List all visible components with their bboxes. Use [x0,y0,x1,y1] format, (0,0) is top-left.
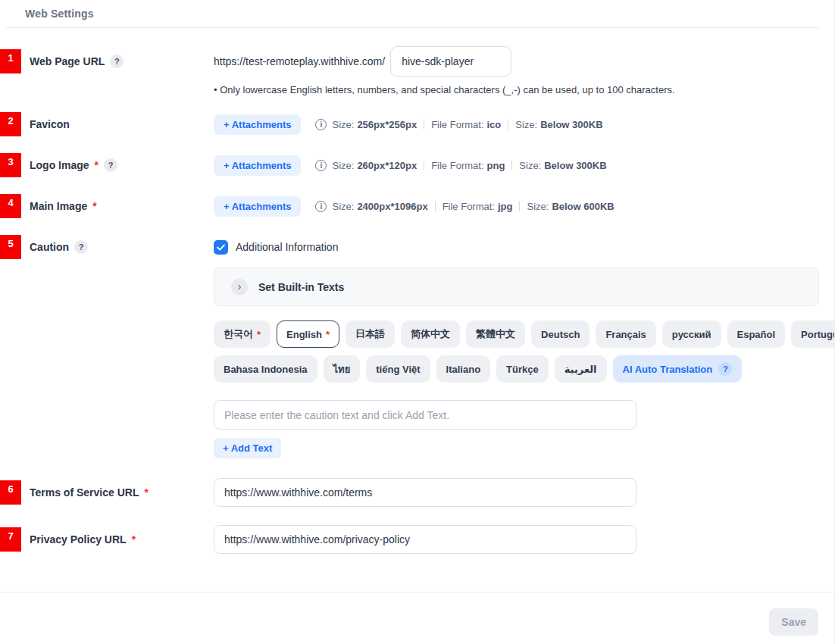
field-label: Terms of Service URL * [30,486,149,499]
field-label: Logo Image * ? [30,158,117,172]
lang-button-zh-hans[interactable]: 简体中文 [401,320,460,348]
lang-label: 简体中文 [411,327,450,341]
filesize-label: Size: [519,160,541,171]
file-requirements: i Size:2400px*1096px File Format:jpg Siz… [315,201,614,212]
lang-label: Bahasa Indonesia [224,364,308,375]
lang-button-ko[interactable]: 한국어* [214,320,271,348]
main-image-content: + Attachments i Size:2400px*1096px File … [214,196,819,217]
lang-button-vi[interactable]: tiếng Việt [366,355,430,383]
caution-row: 5 Caution ? Additional Information › Set… [0,236,819,458]
required-asterisk: * [257,329,261,340]
web-page-url-label-col: 1 Web Page URL ? [0,46,214,77]
lang-button-ar[interactable]: العربية [555,355,607,383]
lang-label: Español [737,329,776,340]
size-label: Size: [332,119,354,130]
format-label: File Format: [431,160,483,171]
logo-image-label-col: 3 Logo Image * ? [0,153,214,177]
required-asterisk: * [144,486,148,499]
page-title: Web Settings [25,8,834,20]
filesize-label: Size: [527,201,549,212]
language-tabs-row-2: Bahasa Indonesia ไทย tiếng Việt Italiano… [214,355,819,383]
lang-button-de[interactable]: Deutsch [531,320,590,348]
filesize-value: Below 300KB [540,119,602,130]
attachments-button[interactable]: + Attachments [214,196,301,217]
lang-button-zh-hant[interactable]: 繁體中文 [466,320,525,348]
lang-button-th[interactable]: ไทย [324,355,361,383]
privacy-content [214,525,819,554]
lang-button-en[interactable]: English* [277,320,339,348]
additional-info-checkbox[interactable] [214,240,228,255]
help-icon[interactable]: ? [718,362,732,376]
field-label-text: Caution [30,241,69,253]
additional-info-line: Additional Information [214,236,819,258]
size-value: 2400px*1096px [357,201,427,212]
required-asterisk: * [132,533,136,546]
lang-label: Türkçe [506,364,539,375]
help-icon[interactable]: ? [110,55,124,68]
filesize-label: Size: [515,119,537,130]
chevron-right-icon[interactable]: › [231,279,248,295]
separator [435,202,436,211]
attachments-button[interactable]: + Attachments [214,114,301,135]
field-number-badge: 7 [0,527,21,552]
separator [519,202,520,211]
main-image-row: 4 Main Image * + Attachments i Size:2400… [0,194,819,218]
size-label: Size: [332,201,354,212]
field-number-badge: 2 [0,112,21,136]
info-icon: i [315,160,327,171]
caution-text-input[interactable] [214,400,636,430]
lang-button-es[interactable]: Español [727,320,786,348]
lang-button-pt[interactable]: Português [791,320,835,348]
lang-label: 한국어 [224,327,253,341]
field-number-badge: 6 [0,480,21,505]
field-label-text: Logo Image [30,159,89,171]
privacy-policy-url-input[interactable] [214,525,636,554]
add-text-button[interactable]: + Add Text [214,438,281,458]
format-label: File Format: [431,119,483,130]
file-requirements: i Size:260px*120px File Format:png Size:… [315,160,606,171]
separator [424,161,424,170]
field-label: Caution ? [30,240,88,254]
size-value: 256px*256px [357,119,417,130]
lang-button-tr[interactable]: Türkçe [496,355,549,383]
format-label: File Format: [443,201,495,212]
lang-label: English [286,329,322,340]
filesize-value: Below 600KB [552,201,614,212]
size-value: 260px*120px [357,160,417,171]
terms-content [214,478,819,507]
lang-button-it[interactable]: Italiano [436,355,491,383]
field-number-badge: 5 [0,235,21,259]
web-settings-form: 1 Web Page URL ? https://test-remoteplay… [0,28,834,554]
save-button[interactable]: Save [769,608,818,636]
terms-of-service-url-input[interactable] [214,478,636,507]
favicon-content: + Attachments i Size:256px*256px File Fo… [214,114,819,135]
field-number-badge: 1 [0,49,21,73]
separator [511,161,512,170]
attachments-button[interactable]: + Attachments [214,155,301,176]
footer: Save [0,592,834,636]
lang-button-ja[interactable]: 日本語 [346,320,395,348]
main-image-label-col: 4 Main Image * [0,194,214,218]
field-label-text: Privacy Policy URL [30,533,127,546]
field-label-text: Terms of Service URL [30,486,139,499]
lang-button-ru[interactable]: русский [662,320,721,348]
info-icon: i [315,201,327,212]
url-line: https://test-remoteplay.withhive.com/ [214,46,819,77]
lang-button-id[interactable]: Bahasa Indonesia [214,355,317,383]
favicon-row: 2 Favicon + Attachments i Size:256px*256… [0,112,819,136]
field-number-badge: 4 [0,194,21,218]
web-page-url-content: https://test-remoteplay.withhive.com/ • … [214,46,819,95]
privacy-policy-row: 7 Privacy Policy URL * [0,525,819,554]
ai-auto-translation-button[interactable]: AI Auto Translation ? [613,355,743,383]
file-requirements: i Size:256px*256px File Format:ico Size:… [315,119,602,130]
help-icon[interactable]: ? [104,158,117,172]
lang-button-fr[interactable]: Français [596,320,655,348]
required-asterisk: * [326,329,330,340]
lang-label: 日本語 [355,327,385,341]
set-built-in-texts-toggle[interactable]: › Set Built-in Texts [214,267,819,306]
url-prefix-text: https://test-remoteplay.withhive.com/ [214,55,385,67]
subdomain-input[interactable] [390,46,511,77]
help-icon[interactable]: ? [74,240,88,254]
required-asterisk: * [92,200,96,212]
url-helper-text: • Only lowercase English letters, number… [214,84,819,95]
